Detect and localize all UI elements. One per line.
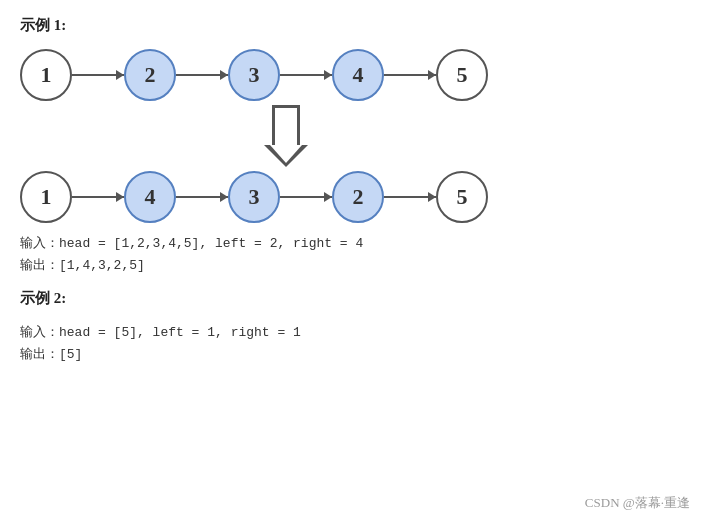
example1-input: 输入：head = [1,2,3,4,5], left = 2, right =…	[20, 233, 690, 255]
example2-section: 示例 2: 输入：head = [5], left = 1, right = 1…	[20, 289, 690, 366]
top-linked-list: 1 2 3 4 5	[20, 49, 690, 101]
example2-input: 输入：head = [5], left = 1, right = 1	[20, 322, 690, 344]
example1-io: 输入：head = [1,2,3,4,5], left = 2, right =…	[20, 233, 690, 277]
example1-label: 示例 1:	[20, 16, 690, 35]
example1-output: 输出：[1,4,3,2,5]	[20, 255, 690, 277]
arrow-1-bottom	[72, 196, 124, 198]
watermark: CSDN @落幕·重逢	[585, 494, 690, 512]
node-4-top: 4	[332, 49, 384, 101]
node-1-top: 1	[20, 49, 72, 101]
arrow-2-bottom	[176, 196, 228, 198]
node-5-top: 5	[436, 49, 488, 101]
node-2-bottom: 2	[332, 171, 384, 223]
example2-label: 示例 2:	[20, 289, 690, 308]
example2-output: 输出：[5]	[20, 344, 690, 366]
arrow-1-top	[72, 74, 124, 76]
node-5-bottom: 5	[436, 171, 488, 223]
bottom-linked-list: 1 4 3 2 5	[20, 171, 690, 223]
node-4-bottom: 4	[124, 171, 176, 223]
node-1-bottom: 1	[20, 171, 72, 223]
arrow-2-top	[176, 74, 228, 76]
arrow-3-bottom	[280, 196, 332, 198]
arrow-4-bottom	[384, 196, 436, 198]
arrow-4-top	[384, 74, 436, 76]
example2-io: 输入：head = [5], left = 1, right = 1 输出：[5…	[20, 322, 690, 366]
node-3-bottom: 3	[228, 171, 280, 223]
node-3-top: 3	[228, 49, 280, 101]
down-arrow	[260, 105, 312, 167]
arrow-3-top	[280, 74, 332, 76]
node-2-top: 2	[124, 49, 176, 101]
